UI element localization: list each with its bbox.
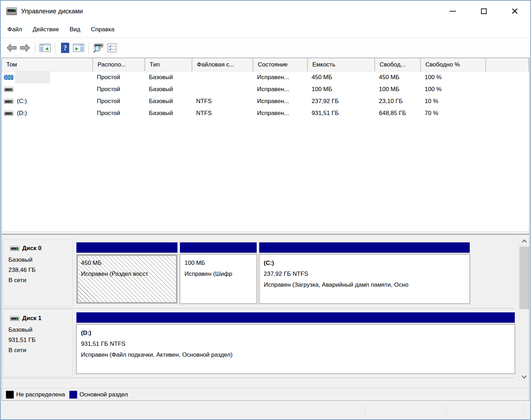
menu-action[interactable]: Действие (27, 24, 64, 35)
pane-splitter[interactable] (2, 231, 529, 235)
table-row[interactable]: Простой Базовый Исправен... 450 МБ 450 М… (2, 71, 529, 83)
disk-management-window: Управление дисками ✕ Файл Действие Вид С… (0, 0, 531, 420)
menu-help[interactable]: Справка (86, 24, 120, 35)
disk-0-row: Диск 0 Базовый 238,46 ГБ В сети 450 МБ И… (2, 240, 514, 307)
column-header-filler (486, 58, 529, 71)
back-icon (6, 44, 17, 52)
disk-row-divider (2, 308, 514, 308)
disk-status: В сети (8, 345, 72, 355)
volume-type: Базовый (145, 95, 192, 107)
table-row[interactable]: (C:) Простой Базовый NTFS Исправен... 23… (2, 95, 529, 107)
statusbar-divider (365, 404, 366, 417)
disk-size: 238,46 ГБ (8, 265, 72, 275)
window-title: Управление дисками (21, 8, 83, 15)
close-button[interactable]: ✕ (499, 1, 530, 22)
volume-capacity: 100 МБ (308, 83, 375, 95)
column-header-layout[interactable]: Располо... (93, 58, 145, 71)
volume-status: Исправен... (253, 71, 308, 83)
action-pane-button[interactable] (72, 42, 85, 54)
menu-file[interactable]: Файл (2, 24, 27, 35)
volume-type: Базовый (145, 83, 192, 95)
disk-type: Базовый (8, 325, 72, 335)
volume-name-cell: (D:) (2, 107, 93, 119)
menu-bar: Файл Действие Вид Справка (1, 22, 530, 37)
app-icon (6, 7, 17, 15)
volume-name: (C:) (17, 98, 27, 105)
partition-c[interactable]: (C:) 237,92 ГБ NTFS Исправен (Загрузка, … (259, 242, 470, 306)
column-header-status[interactable]: Состояние (253, 58, 308, 71)
maximize-button[interactable] (468, 1, 499, 22)
column-header-volume[interactable]: Том (2, 58, 93, 71)
partition-name: (D:) (81, 327, 514, 338)
graphical-view: Диск 0 Базовый 238,46 ГБ В сети 450 МБ И… (2, 235, 529, 401)
legend-item-primary: Основной раздел (69, 391, 128, 399)
toolbar-separator (88, 42, 89, 53)
chevron-down-icon (522, 375, 527, 378)
disk-icon (10, 246, 19, 251)
disk-properties-button[interactable] (92, 42, 105, 54)
volume-free-pct: 70 % (421, 107, 486, 119)
column-header-free[interactable]: Свобод... (375, 58, 421, 71)
minimize-icon (450, 11, 456, 12)
checklist-icon (107, 43, 117, 53)
volume-name-cell (2, 83, 93, 95)
column-header-filesystem[interactable]: Файловая с... (192, 58, 253, 71)
volume-list: Том Располо... Тип Файловая с... Состоян… (2, 58, 529, 231)
partition-status: Исправен (Раздел восст (81, 268, 176, 279)
volume-filesystem (192, 83, 253, 95)
checklist-button[interactable] (105, 42, 119, 54)
volume-capacity: 237,92 ГБ (308, 95, 375, 107)
column-header-capacity[interactable]: Емкость (308, 58, 375, 71)
vertical-scrollbar[interactable] (519, 236, 529, 382)
partition-status: Исправен (Загрузка, Аварийный дамп памят… (264, 279, 469, 290)
forward-button[interactable] (18, 42, 32, 54)
help-button[interactable]: ? (58, 42, 72, 54)
selection-highlight (15, 71, 50, 83)
toolbar-separator (55, 42, 55, 53)
volume-layout: Простой (93, 95, 145, 107)
minimize-button[interactable] (437, 1, 468, 22)
partition-efi[interactable]: 100 МБ Исправен (Шифр (180, 242, 257, 306)
console-tree-button[interactable] (38, 42, 52, 54)
disk-properties-icon (93, 43, 104, 53)
volume-capacity: 931,51 ГБ (308, 107, 375, 119)
partition-status: Исправен (Шифр (185, 268, 256, 279)
scroll-down-button[interactable] (519, 372, 529, 382)
volume-status: Исправен... (253, 107, 308, 119)
scrollbar-thumb[interactable] (519, 247, 529, 309)
partition-d[interactable]: (D:) 931,51 ГБ NTFS Исправен (Файл подка… (76, 312, 515, 376)
volume-free: 450 МБ (375, 71, 421, 83)
partition-body: (D:) 931,51 ГБ NTFS Исправен (Файл подка… (76, 324, 515, 374)
table-row[interactable]: (D:) Простой Базовый NTFS Исправен... 93… (2, 107, 529, 119)
partition-size: 100 МБ (185, 257, 256, 268)
toolbar: ? (1, 37, 530, 58)
volume-status: Исправен... (253, 83, 308, 95)
console-tree-icon (39, 43, 51, 52)
unallocated-swatch (6, 391, 14, 399)
column-header-free-pct[interactable]: Свободно % (421, 58, 486, 71)
partition-color-bar (76, 242, 177, 253)
table-row[interactable]: Простой Базовый Исправен... 100 МБ 100 М… (2, 83, 529, 95)
partition-body: (C:) 237,92 ГБ NTFS Исправен (Загрузка, … (259, 254, 470, 304)
menu-view[interactable]: Вид (64, 24, 86, 35)
volume-type: Базовый (145, 71, 192, 83)
action-pane-icon (73, 43, 84, 52)
legend-label: Не распределена (16, 391, 65, 398)
partition-recovery[interactable]: 450 МБ Исправен (Раздел восст (76, 242, 177, 306)
column-header-type[interactable]: Тип (145, 58, 192, 71)
volume-filesystem: NTFS (192, 107, 253, 119)
status-bar (1, 402, 530, 419)
volume-free: 23,10 ГБ (375, 95, 421, 107)
statusbar-divider (524, 404, 524, 417)
disk-0-info-panel[interactable]: Диск 0 Базовый 238,46 ГБ В сети (2, 240, 73, 306)
partition-body-selected: 450 МБ Исправен (Раздел восст (76, 254, 177, 304)
volume-name: (D:) (17, 110, 27, 117)
volume-layout: Простой (93, 107, 145, 119)
disk-1-info-panel[interactable]: Диск 1 Базовый 931,51 ГБ В сети (2, 310, 73, 376)
volume-type: Базовый (145, 107, 192, 119)
main-content: Том Располо... Тип Файловая с... Состоян… (1, 58, 530, 401)
disk-icon (10, 316, 19, 321)
scroll-up-button[interactable] (519, 236, 529, 246)
back-button[interactable] (5, 42, 18, 54)
statusbar-divider (446, 404, 446, 417)
